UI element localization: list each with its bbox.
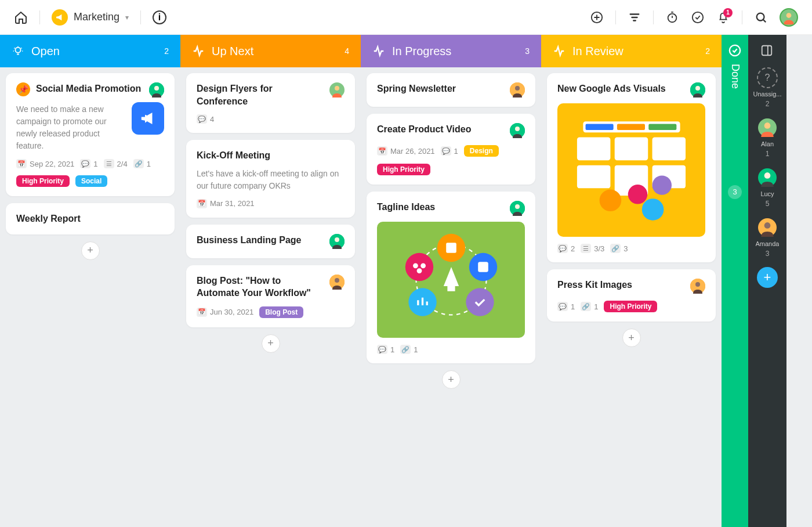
- comment-icon: 💬: [80, 159, 90, 168]
- home-icon[interactable]: [14, 10, 28, 24]
- svg-rect-38: [577, 138, 610, 161]
- card-press-kit[interactable]: Press Kit Images 💬1 🔗1 High Priority: [547, 269, 716, 322]
- svg-rect-36: [617, 124, 644, 130]
- column-title: In Progress: [392, 45, 525, 58]
- column-body: Spring Newsletter Create Product Video 📅…: [361, 67, 541, 527]
- svg-point-5: [786, 13, 792, 18]
- card-spring-newsletter[interactable]: Spring Newsletter: [367, 73, 535, 107]
- notification-badge: 1: [723, 8, 733, 17]
- timer-icon[interactable]: [665, 10, 679, 24]
- card-design-flyers[interactable]: Design Flyers for Conference 💬4: [186, 73, 355, 133]
- column-title: Open: [31, 45, 164, 58]
- svg-rect-41: [577, 165, 610, 189]
- activity-icon: [372, 45, 385, 57]
- assignee-avatar: [510, 201, 525, 216]
- user-avatar[interactable]: [780, 8, 798, 27]
- svg-point-30: [420, 263, 426, 268]
- card-landing-page[interactable]: Business Landing Page: [186, 225, 355, 258]
- svg-point-47: [641, 198, 664, 221]
- card-title: Weekly Report: [16, 212, 164, 225]
- card-title: Tagline Ideas: [377, 201, 504, 214]
- attachments-chip: 🔗1: [581, 302, 598, 311]
- top-bar-right: 1: [590, 8, 798, 27]
- info-icon[interactable]: i: [153, 10, 166, 24]
- column-header-in-review[interactable]: In Review 2: [541, 35, 722, 67]
- user-name: Amanda: [756, 240, 780, 247]
- column-count: 2: [164, 46, 169, 56]
- assignee-avatar: [690, 279, 705, 294]
- comment-icon: 💬: [377, 345, 387, 354]
- pin-icon: 📌: [16, 82, 30, 96]
- svg-point-49: [695, 282, 700, 287]
- unassigned-icon: ?: [757, 67, 778, 88]
- column-done-collapsed[interactable]: Done 3: [722, 35, 748, 527]
- date-chip: 📅Mar 26, 2021: [377, 146, 435, 156]
- card-tagline-ideas[interactable]: Tagline Ideas 💬1 🔗: [367, 192, 535, 363]
- filter-icon[interactable]: [628, 10, 641, 24]
- comments-chip: 💬4: [197, 114, 214, 124]
- user-count: 3: [766, 250, 770, 258]
- add-card-button[interactable]: +: [442, 370, 461, 389]
- svg-rect-39: [614, 138, 648, 161]
- chevron-down-icon: ▾: [125, 13, 129, 21]
- svg-point-57: [764, 222, 771, 229]
- check-icon[interactable]: [691, 10, 705, 24]
- link-icon: 🔗: [133, 159, 144, 168]
- add-card-button[interactable]: +: [81, 241, 100, 260]
- sidebar-user-amanda[interactable]: Amanda 3: [756, 217, 780, 258]
- done-label: Done: [729, 64, 741, 89]
- date-chip: 📅Mar 31, 2021: [197, 199, 255, 208]
- card-title: Create Product Video: [377, 123, 504, 136]
- user-name: Alan: [761, 140, 774, 147]
- card-product-video[interactable]: Create Product Video 📅Mar 26, 2021 💬1 De…: [367, 114, 535, 185]
- add-card-button[interactable]: +: [262, 334, 280, 353]
- card-social-media[interactable]: 📌 Social Media Promotion We need to make…: [6, 73, 175, 196]
- date-chip: 📅Sep 22, 2021: [16, 159, 74, 168]
- svg-point-6: [15, 48, 20, 53]
- link-icon: 🔗: [400, 345, 411, 354]
- attachments-chip: 🔗1: [400, 345, 418, 354]
- column-header-up-next[interactable]: Up Next 4: [180, 35, 361, 67]
- sidebar-user-alan[interactable]: Alan 1: [757, 117, 778, 158]
- card-image: [557, 103, 705, 237]
- megaphone-icon: [132, 102, 164, 135]
- assignee-avatar: [329, 82, 345, 98]
- sidebar-user-unassigned[interactable]: ? Unassig... 2: [753, 67, 782, 108]
- svg-point-45: [628, 185, 647, 204]
- divider: [742, 10, 742, 24]
- right-sidebar: ? Unassig... 2 Alan 1 Lucy 5 Amanda 3 +: [748, 35, 786, 527]
- link-icon: 🔗: [610, 244, 621, 253]
- card-kickoff-meeting[interactable]: Kick-Off Meeting Let's have a kick-off m…: [186, 140, 355, 218]
- svg-point-29: [413, 263, 418, 268]
- divider: [39, 10, 40, 24]
- card-title: Press Kit Images: [557, 279, 684, 291]
- card-description: We need to make a new campaign to promot…: [16, 103, 126, 152]
- divider: [653, 10, 654, 24]
- assignee-avatar: [690, 82, 705, 98]
- card-weekly-report[interactable]: Weekly Report: [6, 203, 175, 234]
- sidebar-user-lucy[interactable]: Lucy 5: [757, 167, 778, 208]
- tag-blog-post: Blog Post: [259, 306, 303, 318]
- svg-point-20: [515, 204, 520, 209]
- card-blog-post[interactable]: Blog Post: "How to Automate Your Workflo…: [186, 265, 355, 327]
- user-count: 2: [766, 100, 770, 108]
- calendar-icon: 📅: [16, 159, 27, 168]
- card-google-ads[interactable]: New Google Ads Visuals: [547, 73, 716, 262]
- tag-high-priority: High Priority: [604, 301, 657, 312]
- search-icon[interactable]: [754, 10, 768, 24]
- top-bar: Marketing ▾ i 1: [0, 0, 812, 35]
- add-card-button[interactable]: +: [622, 329, 641, 347]
- workspace-selector[interactable]: Marketing ▾: [52, 9, 129, 26]
- add-icon[interactable]: [590, 10, 604, 24]
- add-user-button[interactable]: +: [757, 267, 778, 288]
- tag-high-priority: High Priority: [16, 175, 70, 187]
- check-circle-icon: [728, 44, 741, 57]
- assignee-avatar: [149, 82, 164, 98]
- svg-point-12: [335, 237, 339, 242]
- bell-icon[interactable]: 1: [716, 10, 730, 24]
- layout-icon[interactable]: [760, 44, 774, 58]
- column-header-open[interactable]: Open 2: [0, 35, 180, 67]
- card-title: Social Media Promotion: [36, 82, 143, 95]
- comment-icon: 💬: [197, 114, 207, 124]
- column-header-in-progress[interactable]: In Progress 3: [361, 35, 541, 67]
